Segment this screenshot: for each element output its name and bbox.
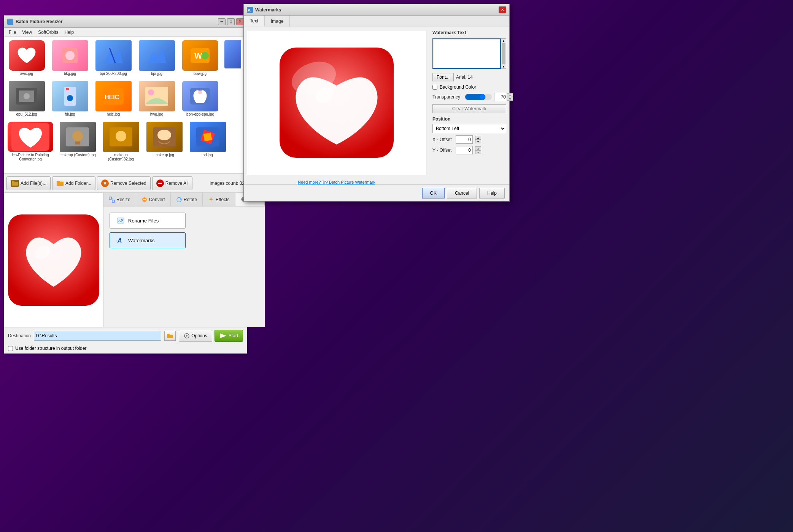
maximize-button[interactable]: □	[227, 18, 235, 25]
start-icon	[219, 333, 227, 339]
dialog-tab-text[interactable]: Text	[244, 16, 265, 27]
menu-help[interactable]: Help	[62, 29, 77, 36]
menu-bar: File View SoftOrbits Help	[4, 28, 247, 37]
remove-all-button[interactable]: Remove All	[152, 176, 193, 190]
minimize-button[interactable]: ─	[218, 18, 226, 25]
watermarks-button[interactable]: A Watermarks	[110, 232, 186, 248]
menu-view[interactable]: View	[19, 29, 35, 36]
remove-all-label: Remove All	[165, 181, 189, 186]
svg-rect-28	[203, 132, 212, 141]
help-button[interactable]: Help	[479, 188, 505, 199]
thumb-extra[interactable]	[222, 38, 242, 78]
thumb-bkg[interactable]: bkg.jpg	[49, 38, 91, 78]
options-button[interactable]: Options	[179, 330, 212, 342]
menu-file[interactable]: File	[6, 29, 19, 36]
position-select[interactable]: Bottom Left Top Left Top Right Bottom Ri…	[432, 124, 506, 133]
tab-convert[interactable]: Convert	[136, 193, 171, 206]
y-offset-spinners: ▲ ▼	[475, 146, 481, 154]
thumb-icon-epd[interactable]: icon-epd-epu.jpg	[179, 79, 221, 118]
svg-point-25	[157, 130, 171, 140]
y-offset-down[interactable]: ▼	[475, 150, 481, 154]
svg-rect-32	[57, 181, 60, 182]
thumb-bkg-label: bkg.jpg	[51, 71, 89, 76]
tab-resize-label: Resize	[116, 197, 130, 202]
close-button[interactable]: ✕	[236, 18, 244, 25]
scroll-down[interactable]: ▼	[502, 65, 505, 68]
options-icon	[184, 333, 190, 339]
add-folder-button[interactable]: Add Folder...	[52, 176, 95, 190]
transparency-slider[interactable]	[465, 94, 492, 100]
clear-watermark-button[interactable]: Clear Watermark	[432, 104, 506, 113]
x-offset-row: X - Offset ▲ ▼	[432, 135, 506, 144]
dialog-preview-image	[268, 40, 405, 165]
dialog-tab-image[interactable]: Image	[265, 16, 290, 27]
svg-point-5	[201, 52, 209, 59]
scroll-up[interactable]: ▲	[502, 39, 505, 43]
position-label: Position	[432, 116, 506, 122]
transparency-down[interactable]: ▼	[507, 97, 513, 101]
images-count: Images count: 32	[210, 181, 245, 186]
use-folder-row: Use folder structure in output folder	[4, 344, 247, 353]
text-scrollbar[interactable]: ▲ ▼	[501, 38, 506, 69]
x-offset-input[interactable]	[456, 135, 473, 144]
scroll-thumb	[502, 43, 505, 64]
effects-icon	[208, 197, 214, 203]
thumb-hwg[interactable]: hwg.jpg	[136, 79, 178, 118]
transparency-value-input[interactable]	[494, 93, 507, 101]
thumb-makeup-custom[interactable]: makeup (Custom).jpg	[57, 120, 99, 163]
thumb-bpr200[interactable]: bpr 200x200.jpg	[92, 38, 134, 78]
bg-color-checkbox[interactable]	[432, 85, 437, 90]
thumb-bpw[interactable]: W bpw.jpg	[179, 38, 221, 78]
svg-rect-38	[109, 197, 111, 199]
add-folder-label: Add Folder...	[65, 181, 91, 186]
preview-image	[8, 214, 99, 306]
add-files-button[interactable]: Add File(s)...	[6, 176, 51, 190]
thumb-fdr[interactable]: fdr.jpg	[49, 79, 91, 118]
thumb-makeup[interactable]: makeup.jpg	[143, 120, 185, 163]
svg-rect-30	[12, 181, 14, 183]
start-button[interactable]: Start	[215, 330, 243, 342]
tab-effects[interactable]: Effects	[203, 193, 235, 206]
svg-text:A: A	[118, 219, 121, 223]
transparency-up[interactable]: ▲	[507, 93, 513, 97]
use-folder-checkbox[interactable]	[8, 346, 13, 351]
watermark-text-input[interactable]	[432, 38, 501, 69]
thumb-ico-painting-label: ico-Picture to Painting Converter.jpg	[8, 153, 53, 161]
thumb-pd[interactable]: pd.jpg	[187, 120, 229, 163]
thumb-bpr-label: bpr.jpg	[138, 71, 176, 76]
thumb-fdr-label: fdr.jpg	[51, 112, 89, 116]
app-title: Batch Picture Resizer	[16, 19, 62, 24]
thumb-hwg-label: hwg.jpg	[138, 112, 176, 116]
thumb-makeup-custom32[interactable]: makeup (Custom)32.jpg	[100, 120, 142, 163]
y-offset-input[interactable]	[456, 146, 473, 154]
dialog-title-bar: A Watermarks ✕	[244, 4, 509, 16]
thumb-awc[interactable]: awc.jpg	[6, 38, 48, 78]
cancel-button[interactable]: Cancel	[447, 188, 477, 199]
font-button[interactable]: Font...	[432, 73, 454, 81]
font-info: Arial, 14	[456, 75, 473, 80]
dialog-tabs: Text Image	[244, 16, 509, 27]
dialog-close-button[interactable]: ✕	[499, 6, 506, 13]
x-offset-label: X - Offset	[432, 137, 453, 142]
thumb-bpr[interactable]: bpr.jpg	[136, 38, 178, 78]
y-offset-label: Y - Offset	[432, 148, 453, 153]
menu-softorbits[interactable]: SoftOrbits	[35, 29, 61, 36]
tab-resize[interactable]: Resize	[103, 193, 136, 206]
thumb-epu512[interactable]: epu_512.jpg	[6, 79, 48, 118]
y-offset-up[interactable]: ▲	[475, 146, 481, 150]
destination-input[interactable]	[34, 331, 161, 341]
svg-text:A: A	[117, 237, 122, 244]
thumb-heic[interactable]: HEIC heic.jpg	[92, 79, 134, 118]
rename-files-button[interactable]: A Rename Files	[110, 213, 186, 229]
promo-link[interactable]: Need more? Try Batch Picture Watermark	[244, 180, 429, 184]
browse-button[interactable]	[164, 331, 176, 341]
thumb-ico-painting[interactable]: ico-Picture to Painting Converter.jpg	[6, 120, 55, 163]
tab-convert-label: Convert	[149, 197, 165, 202]
x-offset-down[interactable]: ▼	[475, 140, 481, 143]
main-content: awc.jpg bkg.jpg bpr 200x	[4, 37, 247, 353]
ok-button[interactable]: OK	[422, 188, 445, 199]
tab-rotate[interactable]: Rotate	[171, 193, 203, 206]
x-offset-up[interactable]: ▲	[475, 136, 481, 140]
remove-selected-button[interactable]: Remove Selected	[97, 176, 151, 190]
tools-pane: Resize Convert Rotate Effects	[103, 193, 265, 327]
